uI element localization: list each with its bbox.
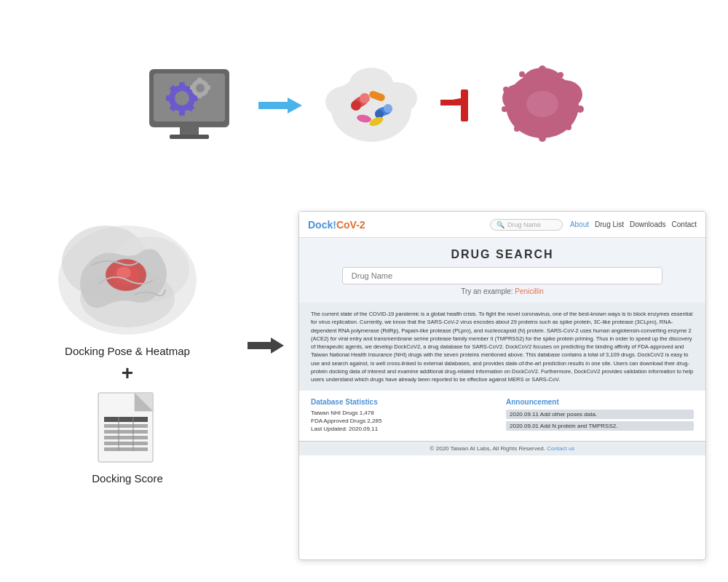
announce-column: Announcement 2020.09.11 Add other poses … [506, 398, 694, 434]
nav-links: About Drug List Downloads Contact [570, 220, 697, 228]
svg-point-43 [574, 87, 580, 92]
announce-item-0: 2020.09.11 Add other poses data. [506, 410, 694, 419]
docking-score-label: Docking Score [92, 472, 163, 485]
svg-point-15 [196, 84, 205, 92]
nav-bar: Dock!CoV-2 🔍 Drug Name About Drug List D… [299, 212, 705, 238]
svg-point-49 [503, 87, 509, 92]
announce-item-1: 2020.09.01 Add N protein and TMPRSS2. [506, 421, 694, 431]
svg-rect-17 [197, 94, 202, 98]
drug-search-input[interactable] [342, 267, 662, 284]
svg-marker-80 [248, 338, 284, 354]
footer-text: © 2020 Taiwan AI Labs, All Rights Reserv… [430, 445, 545, 452]
svg-rect-74 [104, 430, 148, 434]
virus-cloud-icon [499, 62, 586, 149]
block-stop-icon [440, 84, 477, 127]
svg-rect-73 [104, 424, 148, 428]
stats-row-1: FDA Approved Drugs 2,285 [311, 418, 499, 424]
try-example-link[interactable]: Penicillin [515, 287, 543, 295]
footer-contact-link[interactable]: Contact us [547, 445, 574, 452]
svg-rect-72 [104, 417, 148, 422]
svg-point-31 [384, 104, 392, 113]
stats-column: Database Statistics Taiwan NHI Drugs 1,4… [311, 398, 499, 434]
svg-point-26 [351, 100, 361, 111]
document-icon [91, 389, 164, 469]
logo-cov: CoV-2 [336, 219, 365, 231]
website-mockup: Dock!CoV-2 🔍 Drug Name About Drug List D… [298, 211, 706, 560]
svg-rect-76 [104, 442, 148, 445]
nav-search-box[interactable]: 🔍 Drug Name [490, 219, 563, 231]
svg-line-58 [507, 107, 515, 108]
svg-rect-2 [180, 127, 199, 135]
svg-point-5 [175, 91, 189, 105]
svg-rect-77 [104, 447, 148, 451]
nav-link-contact[interactable]: Contact [672, 220, 697, 228]
site-footer: © 2020 Taiwan AI Labs, All Rights Reserv… [299, 441, 705, 455]
logo-dock: Dock [308, 219, 333, 231]
stats-title: Database Statistics [311, 398, 499, 406]
svg-rect-19 [206, 85, 210, 89]
svg-rect-16 [197, 78, 202, 82]
svg-rect-18 [190, 85, 194, 89]
svg-point-61 [526, 91, 558, 117]
svg-rect-75 [104, 436, 148, 439]
drug-search-title: DRUG SEARCH [314, 248, 691, 261]
stats-row-0: Taiwan NHI Drugs 1,478 [311, 410, 499, 416]
nav-link-druglist[interactable]: Drug List [595, 220, 624, 228]
description-area: The current state of the COVID-19 pandem… [299, 303, 705, 391]
bottom-section: Docking Pose & Heatmap + [0, 204, 728, 582]
plus-sign: + [122, 362, 133, 385]
stats-row-2: Last Updated: 2020.09.11 [311, 426, 499, 432]
svg-point-44 [577, 105, 584, 113]
protein-image [47, 211, 207, 342]
docking-pose-label: Docking Pose & Heatmap [65, 345, 190, 357]
pills-cloud-icon [324, 62, 419, 149]
arrow-right-icon [258, 95, 302, 116]
description-text: The current state of the COVID-19 pandem… [311, 310, 694, 383]
site-logo: Dock!CoV-2 [308, 219, 365, 231]
nav-link-downloads[interactable]: Downloads [630, 220, 665, 228]
middle-arrow-icon [248, 204, 284, 356]
svg-point-46 [539, 135, 546, 142]
svg-rect-3 [170, 135, 209, 139]
try-example-text: Try an example: Penicillin [314, 287, 691, 295]
nav-search-placeholder: Drug Name [507, 221, 541, 228]
monitor-icon [142, 58, 237, 153]
svg-point-48 [502, 106, 507, 112]
left-panel: Docking Pose & Heatmap + [22, 204, 233, 485]
svg-point-27 [360, 93, 370, 103]
announce-title: Announcement [506, 398, 694, 406]
svg-rect-7 [179, 110, 185, 116]
svg-rect-6 [179, 82, 185, 88]
svg-marker-20 [258, 97, 302, 113]
svg-point-47 [514, 126, 520, 132]
svg-point-41 [539, 65, 546, 73]
svg-point-50 [519, 71, 525, 77]
svg-point-42 [558, 72, 563, 78]
nav-link-about[interactable]: About [570, 220, 589, 228]
svg-rect-8 [166, 95, 172, 101]
svg-rect-34 [461, 89, 468, 121]
stats-announce: Database Statistics Taiwan NHI Drugs 1,4… [299, 391, 705, 441]
svg-point-45 [566, 124, 571, 130]
hero-area: DRUG SEARCH Try an example: Penicillin [299, 238, 705, 303]
svg-rect-36 [440, 100, 461, 105]
search-icon: 🔍 [496, 221, 505, 228]
top-section [0, 0, 728, 204]
